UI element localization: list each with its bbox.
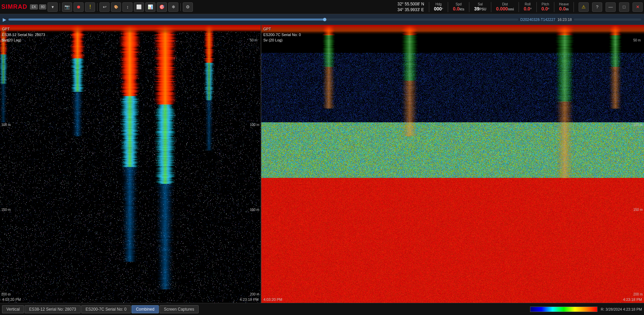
dropdown-btn[interactable]: ▾	[48, 2, 58, 12]
back-btn[interactable]: ↩	[99, 2, 110, 12]
coordinates: 32° 55.5008' N 34° 35.9933' E	[398, 1, 424, 13]
sonar-canvas-right	[261, 25, 644, 303]
chart-btn[interactable]: 📊	[145, 2, 155, 12]
left-depth-1: 50 m	[250, 38, 259, 42]
sep2	[97, 3, 97, 11]
pitch-display: Pitch 0.0°	[541, 2, 549, 11]
main-content: GPT ES38-12 Serial No: 28073 Sv (20 Log)…	[0, 25, 644, 303]
right-ts-start: 4:03:20 PM	[263, 297, 282, 302]
echogram-left-panel: GPT ES38-12 Serial No: 28073 Sv (20 Log)…	[0, 25, 261, 303]
tab-screen-captures[interactable]: Screen Captures	[159, 305, 199, 313]
echogram-right-panel: GPT ES200-7C Serial No: 0 Sv (20 Log) 50…	[261, 25, 644, 303]
speed-display: Spd 0.0kts	[453, 2, 464, 11]
close-btn[interactable]: ✕	[633, 2, 643, 12]
right-ts-end: 4:23:18 PM	[623, 297, 642, 302]
camera-btn[interactable]: 📷	[62, 2, 72, 12]
warning-icon[interactable]: ⚠	[579, 2, 589, 12]
right-sv-label: Sv (20 Log)	[263, 37, 301, 43]
playback-filename: D20240328-T142227	[520, 18, 555, 22]
playback-bar: ▶ D20240328-T142227 16:23:18	[0, 14, 644, 25]
right-depth-markers: 50 m 100 m 150 m 200 m	[633, 25, 643, 303]
maximize-btn[interactable]: □	[619, 2, 629, 12]
distance-display: Dist 0.000nmi	[496, 2, 514, 11]
sonar-canvas-left	[0, 25, 261, 303]
tab-vertical[interactable]: Vertical	[2, 305, 24, 313]
minimize-btn[interactable]: —	[606, 2, 616, 12]
tab-es200[interactable]: ES200-7C Serial No: 0	[81, 305, 131, 313]
calibrate-btn[interactable]: ↕	[122, 2, 133, 12]
right-panel-info: GPT ES200-7C Serial No: 0 Sv (20 Log)	[263, 26, 301, 43]
left-ts-start: 4:03:20 PM	[2, 297, 21, 302]
top-bar: SIMRAD EK 80 ▾ 📷 ⏺ ! ↩ 🎨 ↕ ⬜ 📊 🎯 ❄ ⚙ 32°…	[0, 0, 644, 14]
roll-display: Roll 0.0°	[524, 2, 531, 11]
play-button[interactable]: ▶	[3, 17, 6, 22]
lat-display: 32° 55.5008' N	[398, 1, 424, 7]
freeze-btn[interactable]: ❄	[168, 2, 178, 12]
left-depth-markers-l: 50 m 100 m 150 m 200 m	[1, 25, 11, 303]
tab-combined[interactable]: Combined	[131, 305, 159, 313]
right-gpt-label: GPT	[263, 26, 301, 32]
left-depth-markers: 50 m 100 m 150 m 200 m	[250, 25, 259, 303]
sep1	[60, 3, 60, 11]
freq-badge: 80	[39, 4, 46, 9]
nav-info: 32° 55.5008' N 34° 35.9933' E Hdg 000° S…	[398, 1, 643, 13]
playback-right-slider[interactable]	[574, 19, 641, 21]
layout-btn[interactable]: ⬜	[134, 2, 144, 12]
sep3	[180, 3, 181, 11]
playback-time: 16:23:18	[557, 18, 572, 22]
simrad-logo: SIMRAD	[1, 3, 27, 10]
record-btn[interactable]: ⏺	[74, 2, 84, 12]
help-btn[interactable]: ?	[592, 2, 602, 12]
bottom-date: R: 3/28/2024 4:23:18 PM	[601, 307, 642, 311]
left-ts-end: 4:23:18 PM	[240, 297, 259, 302]
lon-display: 34° 35.9933' E	[398, 7, 424, 13]
target-btn[interactable]: 🎯	[157, 2, 167, 12]
alert-btn[interactable]: !	[85, 2, 95, 12]
color-btn[interactable]: 🎨	[111, 2, 121, 12]
color-scale-bar	[530, 307, 597, 312]
settings-btn[interactable]: ⚙	[183, 2, 193, 12]
ek-badge: EK	[30, 4, 38, 9]
playback-slider[interactable]	[8, 19, 518, 21]
bottom-bar: Vertical ES38-12 Serial No: 28073 ES200-…	[0, 303, 644, 315]
heading-display: Hdg 000°	[434, 2, 443, 11]
left-depth-4: 200 m	[250, 292, 259, 296]
left-depth-2: 100 m	[250, 123, 259, 127]
salinity-display: Sal 39PSU	[474, 2, 486, 11]
left-depth-3: 150 m	[250, 208, 259, 212]
tab-es38[interactable]: ES38-12 Serial No: 28073	[25, 305, 80, 313]
heave-display: Heave 0.0m	[559, 2, 569, 11]
right-serial-info: ES200-7C Serial No: 0	[263, 32, 301, 38]
